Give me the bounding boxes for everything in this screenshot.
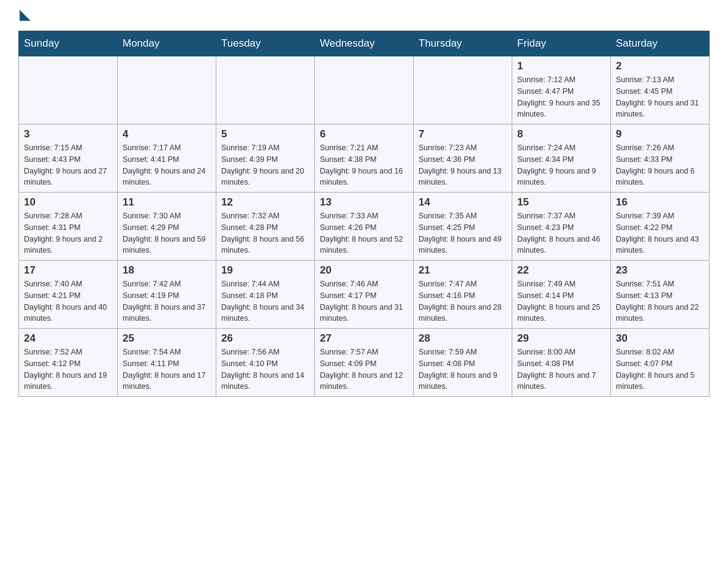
day-info: Sunrise: 8:00 AM Sunset: 4:08 PM Dayligh… — [517, 347, 605, 393]
day-number: 26 — [221, 332, 309, 345]
day-number: 10 — [24, 196, 112, 209]
calendar-day-5: 5Sunrise: 7:19 AM Sunset: 4:39 PM Daylig… — [216, 124, 315, 193]
logo-arrow-icon — [20, 10, 31, 21]
calendar-week-row: 10Sunrise: 7:28 AM Sunset: 4:31 PM Dayli… — [19, 193, 710, 261]
day-info: Sunrise: 7:49 AM Sunset: 4:14 PM Dayligh… — [517, 278, 605, 324]
day-number: 12 — [221, 196, 309, 209]
calendar-day-empty — [216, 56, 315, 124]
calendar-day-11: 11Sunrise: 7:30 AM Sunset: 4:29 PM Dayli… — [118, 193, 216, 261]
logo — [18, 12, 31, 18]
day-info: Sunrise: 7:28 AM Sunset: 4:31 PM Dayligh… — [24, 210, 112, 256]
calendar-day-19: 19Sunrise: 7:44 AM Sunset: 4:18 PM Dayli… — [216, 261, 315, 329]
weekday-header-monday: Monday — [118, 31, 216, 56]
calendar-day-7: 7Sunrise: 7:23 AM Sunset: 4:36 PM Daylig… — [414, 124, 512, 193]
day-info: Sunrise: 7:19 AM Sunset: 4:39 PM Dayligh… — [221, 142, 309, 188]
calendar-day-2: 2Sunrise: 7:13 AM Sunset: 4:45 PM Daylig… — [611, 56, 710, 124]
calendar-day-3: 3Sunrise: 7:15 AM Sunset: 4:43 PM Daylig… — [19, 124, 118, 193]
calendar-day-26: 26Sunrise: 7:56 AM Sunset: 4:10 PM Dayli… — [216, 329, 315, 397]
calendar-week-row: 24Sunrise: 7:52 AM Sunset: 4:12 PM Dayli… — [19, 329, 710, 397]
calendar-day-29: 29Sunrise: 8:00 AM Sunset: 4:08 PM Dayli… — [512, 329, 611, 397]
day-info: Sunrise: 7:57 AM Sunset: 4:09 PM Dayligh… — [320, 347, 408, 393]
calendar-week-row: 3Sunrise: 7:15 AM Sunset: 4:43 PM Daylig… — [19, 124, 710, 193]
day-info: Sunrise: 7:15 AM Sunset: 4:43 PM Dayligh… — [24, 142, 112, 188]
day-info: Sunrise: 7:40 AM Sunset: 4:21 PM Dayligh… — [24, 278, 112, 324]
calendar-day-24: 24Sunrise: 7:52 AM Sunset: 4:12 PM Dayli… — [19, 329, 118, 397]
day-info: Sunrise: 7:44 AM Sunset: 4:18 PM Dayligh… — [221, 278, 309, 324]
day-number: 20 — [320, 264, 408, 277]
day-info: Sunrise: 7:51 AM Sunset: 4:13 PM Dayligh… — [616, 278, 704, 324]
day-number: 30 — [616, 332, 704, 345]
day-number: 24 — [24, 332, 112, 345]
calendar-day-16: 16Sunrise: 7:39 AM Sunset: 4:22 PM Dayli… — [611, 193, 710, 261]
day-info: Sunrise: 7:24 AM Sunset: 4:34 PM Dayligh… — [517, 142, 605, 188]
day-info: Sunrise: 7:39 AM Sunset: 4:22 PM Dayligh… — [616, 210, 704, 256]
day-number: 21 — [419, 264, 507, 277]
calendar-day-empty — [19, 56, 118, 124]
calendar-day-20: 20Sunrise: 7:46 AM Sunset: 4:17 PM Dayli… — [315, 261, 414, 329]
day-number: 28 — [419, 332, 507, 345]
day-number: 4 — [123, 128, 211, 140]
calendar-week-row: 1Sunrise: 7:12 AM Sunset: 4:47 PM Daylig… — [19, 56, 710, 124]
weekday-header-sunday: Sunday — [19, 31, 118, 56]
day-info: Sunrise: 7:21 AM Sunset: 4:38 PM Dayligh… — [320, 142, 408, 188]
day-number: 19 — [221, 264, 309, 277]
day-number: 2 — [616, 60, 704, 72]
day-info: Sunrise: 7:52 AM Sunset: 4:12 PM Dayligh… — [24, 347, 112, 393]
calendar-day-18: 18Sunrise: 7:42 AM Sunset: 4:19 PM Dayli… — [118, 261, 216, 329]
weekday-header-thursday: Thursday — [414, 31, 512, 56]
calendar-day-12: 12Sunrise: 7:32 AM Sunset: 4:28 PM Dayli… — [216, 193, 315, 261]
day-number: 9 — [616, 128, 704, 140]
calendar-day-13: 13Sunrise: 7:33 AM Sunset: 4:26 PM Dayli… — [315, 193, 414, 261]
day-info: Sunrise: 7:23 AM Sunset: 4:36 PM Dayligh… — [419, 142, 507, 188]
day-number: 1 — [517, 60, 605, 72]
day-number: 13 — [320, 196, 408, 209]
calendar-day-23: 23Sunrise: 7:51 AM Sunset: 4:13 PM Dayli… — [611, 261, 710, 329]
day-number: 15 — [517, 196, 605, 209]
day-info: Sunrise: 7:33 AM Sunset: 4:26 PM Dayligh… — [320, 210, 408, 256]
calendar-day-21: 21Sunrise: 7:47 AM Sunset: 4:16 PM Dayli… — [414, 261, 512, 329]
calendar-day-8: 8Sunrise: 7:24 AM Sunset: 4:34 PM Daylig… — [512, 124, 611, 193]
day-info: Sunrise: 7:54 AM Sunset: 4:11 PM Dayligh… — [123, 347, 211, 393]
day-number: 27 — [320, 332, 408, 345]
calendar-day-4: 4Sunrise: 7:17 AM Sunset: 4:41 PM Daylig… — [118, 124, 216, 193]
weekday-header-wednesday: Wednesday — [315, 31, 414, 56]
calendar-day-14: 14Sunrise: 7:35 AM Sunset: 4:25 PM Dayli… — [414, 193, 512, 261]
day-info: Sunrise: 7:37 AM Sunset: 4:23 PM Dayligh… — [517, 210, 605, 256]
day-info: Sunrise: 7:32 AM Sunset: 4:28 PM Dayligh… — [221, 210, 309, 256]
day-number: 29 — [517, 332, 605, 345]
calendar-day-9: 9Sunrise: 7:26 AM Sunset: 4:33 PM Daylig… — [611, 124, 710, 193]
day-info: Sunrise: 7:26 AM Sunset: 4:33 PM Dayligh… — [616, 142, 704, 188]
calendar-day-17: 17Sunrise: 7:40 AM Sunset: 4:21 PM Dayli… — [19, 261, 118, 329]
calendar-day-27: 27Sunrise: 7:57 AM Sunset: 4:09 PM Dayli… — [315, 329, 414, 397]
calendar-day-empty — [118, 56, 216, 124]
weekday-header-tuesday: Tuesday — [216, 31, 315, 56]
calendar-day-empty — [414, 56, 512, 124]
weekday-header-friday: Friday — [512, 31, 611, 56]
day-info: Sunrise: 7:35 AM Sunset: 4:25 PM Dayligh… — [419, 210, 507, 256]
calendar-day-25: 25Sunrise: 7:54 AM Sunset: 4:11 PM Dayli… — [118, 329, 216, 397]
page-header — [18, 12, 710, 18]
day-info: Sunrise: 7:12 AM Sunset: 4:47 PM Dayligh… — [517, 74, 605, 120]
calendar-day-22: 22Sunrise: 7:49 AM Sunset: 4:14 PM Dayli… — [512, 261, 611, 329]
day-number: 8 — [517, 128, 605, 140]
day-number: 5 — [221, 128, 309, 140]
day-number: 18 — [123, 264, 211, 277]
day-info: Sunrise: 7:46 AM Sunset: 4:17 PM Dayligh… — [320, 278, 408, 324]
day-number: 17 — [24, 264, 112, 277]
calendar-day-30: 30Sunrise: 8:02 AM Sunset: 4:07 PM Dayli… — [611, 329, 710, 397]
day-number: 25 — [123, 332, 211, 345]
weekday-header-saturday: Saturday — [611, 31, 710, 56]
day-info: Sunrise: 7:13 AM Sunset: 4:45 PM Dayligh… — [616, 74, 704, 120]
calendar-day-10: 10Sunrise: 7:28 AM Sunset: 4:31 PM Dayli… — [19, 193, 118, 261]
day-info: Sunrise: 7:56 AM Sunset: 4:10 PM Dayligh… — [221, 347, 309, 393]
calendar-day-6: 6Sunrise: 7:21 AM Sunset: 4:38 PM Daylig… — [315, 124, 414, 193]
day-info: Sunrise: 7:42 AM Sunset: 4:19 PM Dayligh… — [123, 278, 211, 324]
calendar-day-empty — [315, 56, 414, 124]
calendar-day-1: 1Sunrise: 7:12 AM Sunset: 4:47 PM Daylig… — [512, 56, 611, 124]
weekday-header-row: SundayMondayTuesdayWednesdayThursdayFrid… — [19, 31, 710, 56]
day-number: 11 — [123, 196, 211, 209]
day-number: 3 — [24, 128, 112, 140]
day-info: Sunrise: 7:47 AM Sunset: 4:16 PM Dayligh… — [419, 278, 507, 324]
day-number: 22 — [517, 264, 605, 277]
calendar-week-row: 17Sunrise: 7:40 AM Sunset: 4:21 PM Dayli… — [19, 261, 710, 329]
